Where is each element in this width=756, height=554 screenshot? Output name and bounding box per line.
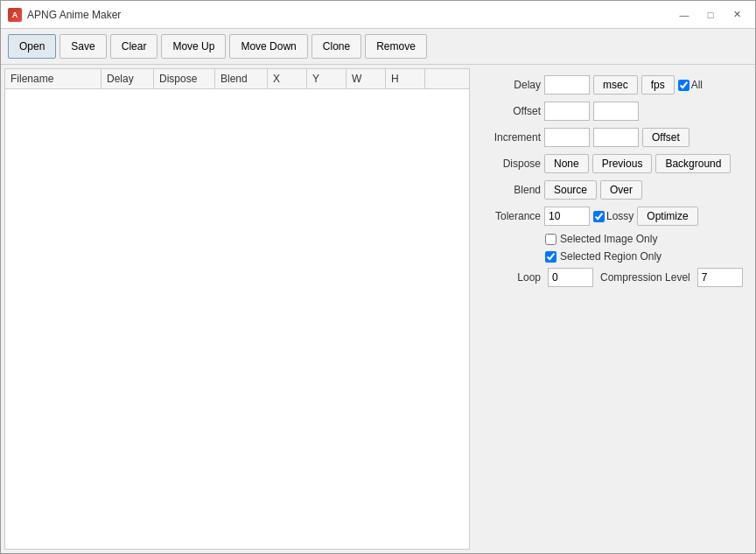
selected-image-row: Selected Image Only: [545, 233, 745, 245]
move-down-button[interactable]: Move Down: [229, 34, 307, 59]
compression-level-label: Compression Level: [600, 271, 690, 284]
window-controls: — □ ✕: [673, 6, 748, 24]
compression-level-input[interactable]: [697, 268, 743, 287]
main-area: Filename Delay Dispose Blend X Y W H Del…: [1, 65, 755, 553]
file-list-panel[interactable]: Filename Delay Dispose Blend X Y W H: [4, 68, 470, 550]
tolerance-label: Tolerance: [484, 210, 541, 222]
tolerance-row: Tolerance Lossy Optimize: [484, 207, 745, 226]
lossy-label: Lossy: [606, 210, 634, 222]
lossy-checkbox[interactable]: [593, 211, 605, 222]
delay-input[interactable]: [544, 75, 590, 95]
msec-button[interactable]: msec: [593, 75, 638, 95]
col-header-y: Y: [307, 69, 346, 88]
dispose-none-button[interactable]: None: [544, 154, 589, 173]
delay-label: Delay: [484, 79, 541, 91]
blend-row: Blend Source Over: [484, 180, 745, 200]
increment-label: Increment: [484, 131, 541, 144]
all-checkbox[interactable]: [678, 80, 690, 91]
move-up-button[interactable]: Move Up: [161, 34, 226, 59]
maximize-button[interactable]: □: [699, 6, 722, 24]
optimize-button[interactable]: Optimize: [637, 207, 697, 226]
increment-y-input[interactable]: [593, 128, 639, 147]
save-button[interactable]: Save: [60, 34, 106, 59]
offset-x-input[interactable]: [544, 102, 590, 121]
minimize-button[interactable]: —: [673, 6, 696, 24]
clear-button[interactable]: Clear: [110, 34, 158, 59]
offset-y-input[interactable]: [593, 102, 639, 121]
window-title: APNG Anime Maker: [27, 9, 121, 21]
remove-button[interactable]: Remove: [365, 34, 427, 59]
blend-source-button[interactable]: Source: [544, 180, 597, 200]
all-label: All: [691, 79, 703, 91]
delay-row: Delay msec fps All: [484, 75, 745, 95]
close-button[interactable]: ✕: [725, 6, 748, 24]
increment-row: Increment Offset: [484, 128, 745, 147]
file-list-header: Filename Delay Dispose Blend X Y W H: [5, 69, 469, 89]
app-icon: A: [8, 8, 22, 22]
offset-row: Offset: [484, 102, 745, 121]
col-header-w: W: [346, 69, 386, 88]
blend-label: Blend: [484, 184, 541, 196]
title-bar-left: A APNG Anime Maker: [8, 8, 121, 22]
col-header-dispose: Dispose: [154, 69, 215, 88]
selected-region-label: Selected Region Only: [560, 250, 662, 263]
col-header-h: H: [386, 69, 425, 88]
fps-button[interactable]: fps: [641, 75, 675, 95]
lossy-checkbox-row: Lossy: [593, 210, 634, 222]
toolbar: Open Save Clear Move Up Move Down Clone …: [1, 29, 755, 65]
col-header-delay: Delay: [102, 69, 154, 88]
dispose-row: Dispose None Previous Background: [484, 154, 745, 173]
offset-apply-button[interactable]: Offset: [642, 128, 690, 147]
selected-image-checkbox[interactable]: [545, 234, 556, 245]
loop-compression-row: Loop Compression Level: [484, 268, 745, 287]
selected-region-row: Selected Region Only: [545, 250, 745, 263]
dispose-previous-button[interactable]: Previous: [592, 154, 653, 173]
tolerance-input[interactable]: [544, 207, 590, 226]
offset-label: Offset: [484, 105, 541, 117]
increment-x-input[interactable]: [544, 128, 590, 147]
dispose-background-button[interactable]: Background: [655, 154, 731, 173]
main-window: A APNG Anime Maker — □ ✕ Open Save Clear…: [0, 0, 756, 554]
col-header-x: X: [268, 69, 307, 88]
loop-label: Loop: [484, 271, 541, 284]
blend-over-button[interactable]: Over: [600, 180, 642, 200]
all-checkbox-row: All: [678, 79, 703, 91]
title-bar: A APNG Anime Maker — □ ✕: [1, 1, 755, 29]
right-panel: Delay msec fps All Offset Increment: [473, 68, 755, 553]
loop-input[interactable]: [548, 268, 593, 287]
col-header-blend: Blend: [215, 69, 268, 88]
clone-button[interactable]: Clone: [312, 34, 361, 59]
col-header-filename: Filename: [5, 69, 102, 88]
open-button[interactable]: Open: [8, 34, 56, 59]
dispose-label: Dispose: [484, 158, 541, 170]
selected-region-checkbox[interactable]: [545, 251, 556, 263]
selected-image-label: Selected Image Only: [560, 233, 657, 245]
